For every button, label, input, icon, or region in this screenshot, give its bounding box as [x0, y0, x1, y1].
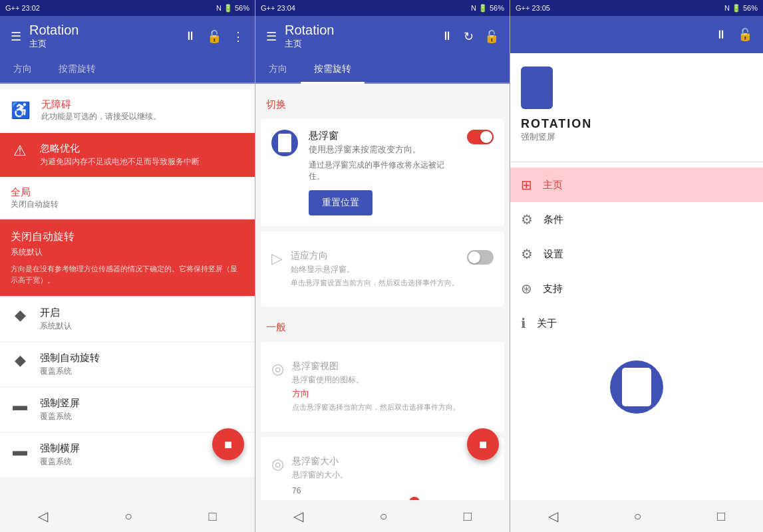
float-window-toggle[interactable]	[467, 130, 494, 144]
slider-container: 76	[292, 486, 494, 495]
float-window-note: 通过悬浮窗完成的事件修改将永远被记住。	[309, 160, 456, 182]
accessibility-item[interactable]: ♿ 无障碍 此功能是可选的，请接受以继续。	[0, 89, 255, 132]
recents-btn-3[interactable]: □	[717, 509, 725, 524]
sidebar-menu: ROTATION 强制竖屏 ⊞ 主页 ⚙ 条件 ⚙ 设置 ⊛ 支持 ℹ 关于	[510, 53, 763, 500]
hamburger-icon-2[interactable]: ☰	[266, 29, 277, 44]
float-size-row: ◎ 悬浮窗大小 悬浮窗的大小。 76	[271, 448, 494, 500]
home-btn-1[interactable]: ○	[124, 509, 132, 524]
force-portrait-subtitle: 覆盖系统	[40, 411, 80, 422]
recents-btn-2[interactable]: □	[464, 509, 472, 524]
content-2: 切换 悬浮窗 使用悬浮窗来按需改变方向。 通过悬浮窗完成的事件修改将永远被记住。…	[255, 84, 510, 500]
global-title: 全局	[11, 186, 244, 199]
recents-btn-1[interactable]: □	[209, 509, 217, 524]
app-bar-actions-1: ⏸ 🔓 ⋮	[184, 29, 244, 44]
adapt-title: 适应方向	[291, 250, 459, 262]
menu-item-settings[interactable]: ⚙ 设置	[510, 237, 763, 271]
status-time-2: G++ 23:04	[261, 4, 295, 12]
float-size-content: 悬浮窗大小 悬浮窗的大小。 76	[292, 456, 494, 500]
tabs-1: 方向 按需旋转	[0, 57, 255, 84]
conditions-menu-label: 条件	[543, 213, 563, 226]
home-btn-3[interactable]: ○	[633, 509, 641, 524]
float-view-icon: ◎	[271, 360, 284, 378]
warning-item[interactable]: ⚠ 忽略优化 为避免因内存不足或电池不足而导致服务中断	[0, 133, 255, 177]
warning-text: 忽略优化 为避免因内存不足或电池不足而导致服务中断	[40, 142, 200, 168]
force-auto-item[interactable]: ◆ 强制自动旋转 覆盖系统	[0, 342, 255, 386]
pause-icon-3[interactable]: ⏸	[715, 28, 727, 42]
float-window-icon	[271, 130, 298, 156]
rotation-logo: ROTATION 强制竖屏	[510, 53, 763, 156]
app-bar-left-1: ☰ Rotation 主页	[11, 23, 79, 50]
menu-item-home[interactable]: ⊞ 主页	[510, 168, 763, 202]
float-view-subtitle: 悬浮窗使用的图标。	[292, 374, 494, 386]
float-window-row: 悬浮窗 使用悬浮窗来按需改变方向。 通过悬浮窗完成的事件修改将永远被记住。 重置…	[271, 130, 494, 215]
adapt-direction-row: ▷ 适应方向 始终显示悬浮窗。 单击悬浮窗设置当前方向，然后双击选择事件方向。	[271, 242, 494, 296]
fab-1[interactable]: ■	[212, 428, 244, 460]
float-size-title: 悬浮窗大小	[292, 456, 494, 467]
back-btn-2[interactable]: ◁	[293, 508, 303, 524]
adapt-note: 单击悬浮窗设置当前方向，然后双击选择事件方向。	[291, 278, 459, 288]
phone-panel-3: G++ 23:05 N 🔋 56% ⏸ 🔓 ROTATION 强制竖屏 ⊞ 主页…	[510, 0, 763, 532]
phone-panel-1: G++ 23:02 N 🔋 56% ☰ Rotation 主页 ⏸ 🔓 ⋮ 方向…	[0, 0, 255, 532]
accessibility-title: 无障碍	[41, 98, 161, 111]
rotation-subtitle: 强制竖屏	[521, 131, 752, 143]
app-bar-title-1: Rotation 主页	[29, 23, 79, 50]
float-window-subtitle: 使用悬浮窗来按需改变方向。	[309, 144, 456, 156]
tab-direction-1[interactable]: 方向	[0, 57, 45, 84]
settings-menu-icon: ⚙	[521, 246, 533, 262]
big-fab[interactable]	[610, 360, 663, 414]
reset-position-btn[interactable]: 重置位置	[309, 190, 373, 215]
big-red-card[interactable]: 关闭自动旋转 系统默认 方向是在没有参考物理方位传感器的情况下确定的。它将保持竖…	[0, 219, 255, 296]
warning-title: 忽略优化	[40, 142, 200, 155]
status-right-2: N 🔋 56%	[471, 4, 504, 13]
home-btn-2[interactable]: ○	[379, 509, 387, 524]
support-menu-label: 支持	[543, 283, 563, 295]
force-auto-text: 强制自动旋转 覆盖系统	[40, 352, 100, 377]
float-window-card[interactable]: 悬浮窗 使用悬浮窗来按需改变方向。 通过悬浮窗完成的事件修改将永远被记住。 重置…	[261, 119, 504, 226]
float-window-content: 悬浮窗 使用悬浮窗来按需改变方向。 通过悬浮窗完成的事件修改将永远被记住。 重置…	[309, 130, 456, 215]
force-auto-subtitle: 覆盖系统	[40, 366, 100, 377]
back-btn-3[interactable]: ◁	[548, 508, 558, 524]
home-menu-icon: ⊞	[521, 177, 532, 193]
status-right-1: N 🔋 56%	[216, 4, 249, 13]
accessibility-icon: ♿	[11, 101, 31, 120]
settings-menu-label: 设置	[543, 248, 563, 261]
refresh-icon-2[interactable]: ↻	[464, 29, 474, 44]
adapt-direction-card[interactable]: ▷ 适应方向 始终显示悬浮窗。 单击悬浮窗设置当前方向，然后双击选择事件方向。	[261, 231, 504, 307]
fab-2[interactable]: ■	[467, 428, 499, 460]
hamburger-icon-1[interactable]: ☰	[11, 29, 21, 44]
lock-icon-3[interactable]: 🔓	[738, 27, 752, 42]
menu-item-support[interactable]: ⊛ 支持	[510, 271, 763, 306]
force-portrait-item[interactable]: ▬ 强制竖屏 覆盖系统	[0, 388, 255, 432]
float-window-title: 悬浮窗	[309, 130, 456, 142]
adapt-toggle[interactable]	[467, 250, 494, 265]
open-subtitle: 系统默认	[40, 321, 72, 332]
tab-ondemand-2[interactable]: 按需旋转	[301, 57, 365, 84]
tab-ondemand-1[interactable]: 按需旋转	[45, 57, 109, 84]
app-bar-3: ⏸ 🔓	[510, 16, 763, 53]
menu-item-conditions[interactable]: ⚙ 条件	[510, 202, 763, 237]
force-landscape-title: 强制横屏	[40, 442, 80, 455]
more-icon-1[interactable]: ⋮	[232, 29, 244, 44]
warning-icon: ⚠	[11, 142, 29, 160]
open-item[interactable]: ◆ 开启 系统默认	[0, 297, 255, 341]
phone-panel-2: G++ 23:04 N 🔋 56% ☰ Rotation 主页 ⏸ ↻ 🔓 方向…	[255, 0, 510, 532]
pause-icon-2[interactable]: ⏸	[441, 29, 453, 43]
pause-icon-1[interactable]: ⏸	[184, 29, 196, 43]
nav-bar-1: ◁ ○ □	[0, 500, 255, 532]
float-view-card[interactable]: ◎ 悬浮窗视图 悬浮窗使用的图标。 方向 点击悬浮窗选择当前方向，然后双击选择事…	[261, 342, 504, 431]
global-item[interactable]: 全局 关闭自动旋转	[0, 178, 255, 218]
lock-icon-1[interactable]: 🔓	[207, 29, 222, 44]
accessibility-text: 无障碍 此功能是可选的，请接受以继续。	[41, 98, 161, 122]
app-subtitle-1: 主页	[29, 38, 79, 50]
menu-item-about[interactable]: ℹ 关于	[510, 306, 763, 340]
adapt-icon: ▷	[271, 250, 283, 267]
float-view-value: 方向	[292, 388, 494, 400]
tabs-2: 方向 按需旋转	[255, 57, 510, 84]
float-size-icon: ◎	[271, 456, 284, 473]
back-btn-1[interactable]: ◁	[38, 508, 48, 524]
lock-icon-2[interactable]: 🔓	[484, 29, 499, 44]
float-view-content: 悬浮窗视图 悬浮窗使用的图标。 方向 点击悬浮窗选择当前方向，然后双击选择事件方…	[292, 360, 494, 412]
support-menu-icon: ⊛	[521, 281, 532, 297]
open-text: 开启 系统默认	[40, 307, 72, 332]
tab-direction-2[interactable]: 方向	[255, 57, 301, 84]
